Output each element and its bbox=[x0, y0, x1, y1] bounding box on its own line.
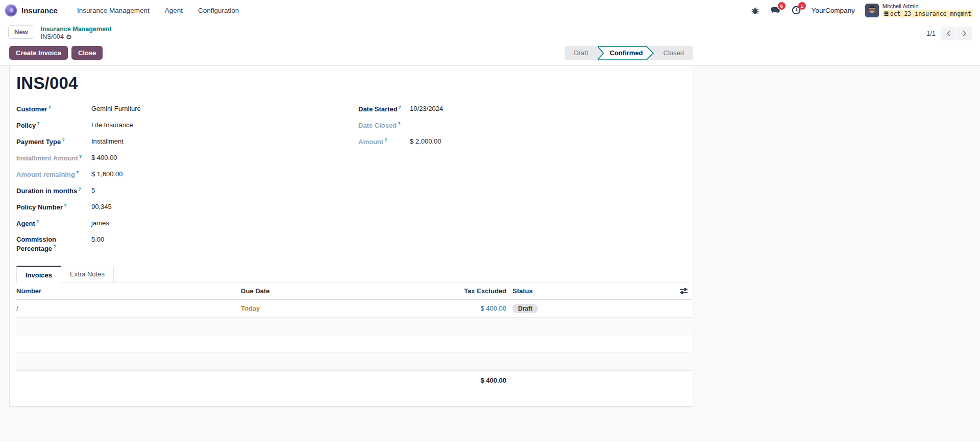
database-chip: oct_23_insurance_mngmnt bbox=[883, 10, 973, 17]
amount-remaining-value[interactable]: $ 1,600.00 bbox=[91, 170, 358, 179]
status-badge: Draft bbox=[512, 304, 538, 313]
commission-percentage-value[interactable]: 5.00 bbox=[91, 236, 358, 244]
date-started-value[interactable]: 10/23/2024 bbox=[410, 105, 685, 113]
activities-badge: 1 bbox=[798, 2, 806, 10]
field-duration: Duration in months? 5 bbox=[16, 184, 358, 200]
field-help-marker: ? bbox=[48, 105, 52, 110]
policy-value[interactable]: Life Insurance bbox=[91, 121, 358, 130]
tab-invoices[interactable]: Invoices bbox=[16, 266, 61, 283]
user-name: Mitchell Admin bbox=[883, 3, 973, 10]
field-date-started: Date Started? 10/23/2024 bbox=[358, 102, 685, 119]
empty-row bbox=[16, 353, 692, 370]
duration-value[interactable]: 5 bbox=[91, 186, 358, 195]
policy-number-value[interactable]: 90,345 bbox=[91, 203, 358, 212]
menu-configuration[interactable]: Configuration bbox=[198, 7, 239, 14]
invoice-number-cell[interactable]: / bbox=[16, 305, 241, 312]
column-tax-excluded[interactable]: Tax Excluded bbox=[394, 287, 506, 295]
field-policy-number: Policy Number? 90,345 bbox=[16, 200, 358, 217]
database-icon bbox=[884, 11, 889, 16]
column-due-date[interactable]: Due Date bbox=[241, 287, 394, 295]
field-installment-amount: Installment Amount? $ 400.00 bbox=[16, 151, 358, 168]
field-help-marker: ? bbox=[36, 219, 39, 224]
pager-previous-button[interactable] bbox=[941, 27, 956, 40]
table-total-row: $ 400.00 bbox=[16, 370, 692, 390]
field-customer: Customer? Gemini Furniture bbox=[16, 102, 358, 119]
invoice-tax-excluded-cell[interactable]: $ 400.00 bbox=[394, 305, 506, 312]
breadcrumb-current: INS/004 ⚙ bbox=[41, 33, 112, 40]
field-date-closed: Date Closed? bbox=[358, 119, 685, 135]
main-menu: Insurance Management Agent Configuration bbox=[77, 7, 239, 14]
content-area: INS/004 Customer? Gemini Furniture Polic… bbox=[0, 65, 980, 441]
field-help-marker: ? bbox=[53, 244, 56, 249]
user-menu[interactable]: Mitchell Admin oct_23_insurance_mngmnt bbox=[865, 3, 973, 17]
field-help-marker: ? bbox=[62, 137, 65, 143]
messages-badge: 6 bbox=[778, 2, 786, 10]
create-invoice-button[interactable]: Create Invoice bbox=[9, 46, 68, 60]
status-step-draft[interactable]: Draft bbox=[565, 46, 597, 60]
field-help-marker: ? bbox=[37, 121, 40, 126]
field-payment-type: Payment Type? Installment bbox=[16, 135, 358, 151]
field-help-marker: ? bbox=[64, 203, 67, 208]
field-grid: Customer? Gemini Furniture Policy? Life … bbox=[16, 102, 691, 253]
table-header-row: Number Due Date Tax Excluded Status bbox=[16, 283, 692, 300]
messages-icon[interactable]: 6 bbox=[771, 5, 781, 15]
new-button[interactable]: New bbox=[8, 25, 34, 39]
breadcrumb-parent-link[interactable]: Insurance Management bbox=[41, 26, 112, 33]
app-switcher[interactable]: Insurance bbox=[5, 5, 58, 16]
column-status[interactable]: Status bbox=[506, 287, 671, 295]
field-policy: Policy? Life Insurance bbox=[16, 119, 358, 135]
empty-row bbox=[16, 335, 692, 353]
field-help-marker: ? bbox=[78, 186, 81, 192]
total-tax-excluded: $ 400.00 bbox=[394, 377, 506, 384]
empty-row bbox=[16, 318, 692, 335]
field-help-marker: ? bbox=[79, 154, 82, 159]
breadcrumb: Insurance Management INS/004 ⚙ bbox=[41, 25, 112, 41]
top-navbar: Insurance Insurance Management Agent Con… bbox=[0, 0, 980, 20]
close-button[interactable]: Close bbox=[71, 46, 103, 60]
field-help-marker: ? bbox=[399, 105, 402, 110]
pager: 1/1 bbox=[926, 25, 972, 40]
statusbar: Draft Confirmed Closed bbox=[565, 46, 693, 60]
invoice-status-cell: Draft bbox=[506, 304, 671, 313]
record-name: INS/004 bbox=[41, 33, 64, 40]
control-panel: New Insurance Management INS/004 ⚙ 1/1 bbox=[0, 20, 980, 42]
optional-columns-sliders-icon[interactable] bbox=[671, 288, 692, 294]
menu-insurance-management[interactable]: Insurance Management bbox=[77, 7, 150, 14]
user-avatar bbox=[865, 4, 879, 17]
customer-value[interactable]: Gemini Furniture bbox=[91, 105, 358, 113]
payment-type-value[interactable]: Installment bbox=[91, 137, 358, 146]
activities-clock-icon[interactable]: 1 bbox=[791, 5, 801, 15]
record-title[interactable]: INS/004 bbox=[16, 74, 691, 93]
database-name: oct_23_insurance_mngmnt bbox=[890, 10, 971, 17]
column-number[interactable]: Number bbox=[16, 287, 241, 295]
pager-next-button[interactable] bbox=[957, 27, 972, 40]
systray: 6 1 YourCompany Mitchell Admin oct_23_in… bbox=[750, 3, 973, 17]
field-commission-percentage: Commission Percentage? 5.00 bbox=[16, 233, 358, 253]
installment-amount-value[interactable]: $ 400.00 bbox=[91, 154, 358, 162]
field-amount-remaining: Amount remaining? $ 1,600.00 bbox=[16, 168, 358, 184]
status-step-confirmed[interactable]: Confirmed bbox=[598, 46, 654, 60]
field-help-marker: ? bbox=[398, 121, 401, 126]
app-logo-icon bbox=[5, 5, 17, 16]
pager-count: 1/1 bbox=[926, 30, 936, 37]
actions-gear-icon[interactable]: ⚙ bbox=[66, 34, 72, 40]
tab-extra-notes[interactable]: Extra Notes bbox=[61, 266, 114, 283]
invoice-row[interactable]: / Today $ 400.00 Draft bbox=[16, 300, 692, 318]
app-name[interactable]: Insurance bbox=[21, 6, 58, 15]
status-step-closed[interactable]: Closed bbox=[654, 46, 693, 60]
debug-bug-icon[interactable] bbox=[750, 5, 761, 15]
notebook-tabs: Invoices Extra Notes bbox=[16, 266, 691, 283]
field-help-marker: ? bbox=[76, 170, 79, 175]
field-amount: Amount? $ 2,000.00 bbox=[358, 135, 685, 151]
action-bar: Create Invoice Close Draft Confirmed Clo… bbox=[0, 42, 693, 65]
field-help-marker: ? bbox=[384, 137, 387, 143]
agent-value[interactable]: james bbox=[91, 219, 358, 228]
amount-value[interactable]: $ 2,000.00 bbox=[410, 137, 685, 146]
field-agent: Agent? james bbox=[16, 217, 358, 233]
form-sheet: INS/004 Customer? Gemini Furniture Polic… bbox=[9, 66, 693, 407]
invoice-due-date-cell[interactable]: Today bbox=[241, 305, 394, 312]
menu-agent[interactable]: Agent bbox=[165, 7, 183, 14]
invoices-table: Number Due Date Tax Excluded Status / To… bbox=[16, 283, 692, 390]
company-switcher[interactable]: YourCompany bbox=[812, 7, 855, 14]
